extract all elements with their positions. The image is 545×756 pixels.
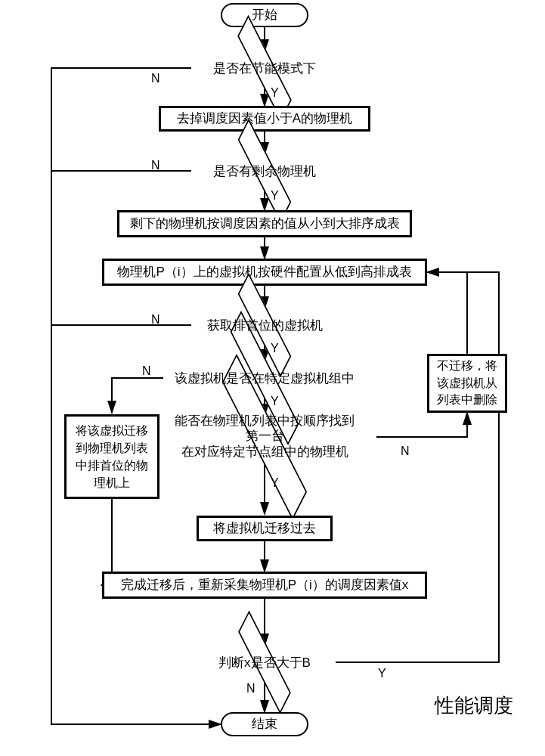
d5-text: 能否在物理机列表中按顺序找到第一台 在对应特定节点组中的物理机 xyxy=(174,414,355,460)
d4-text: 该虚拟机是否在特定虚拟机组中 xyxy=(175,370,355,387)
d4-no-label: N xyxy=(142,364,151,378)
d1-text: 是否在节能模式下 xyxy=(213,60,316,77)
p1-text: 去掉调度因素值小于A的物理机 xyxy=(177,110,352,126)
p7-text: 完成迁移后，重新采集物理机P（i）的调度因素值x xyxy=(121,577,409,593)
p4-l3: 中排首位的物 xyxy=(76,457,148,474)
process-migrate-vm: 将虚拟机迁移过去 xyxy=(197,516,333,541)
terminator-end: 结束 xyxy=(221,712,308,736)
start-label: 开始 xyxy=(252,7,277,23)
d4-yes-label: Y xyxy=(271,395,279,408)
d2-text: 是否有剩余物理机 xyxy=(213,163,316,180)
p5-l3: 列表中删除 xyxy=(437,392,497,408)
d6-no-label: N xyxy=(246,682,255,696)
process-migrate-to-first-pm: 将该虚拟迁移 到物理机列表 中排首位的物 理机上 xyxy=(64,414,159,499)
process-sort-vm: 物理机P（i）上的虚拟机按硬件配置从低到高排成表 xyxy=(102,259,427,286)
terminator-start: 开始 xyxy=(221,3,308,27)
p6-text: 将虚拟机迁移过去 xyxy=(213,520,316,536)
p4-l4: 理机上 xyxy=(76,474,148,491)
d1-no-label: N xyxy=(151,72,160,85)
process-no-migrate-remove: 不迁移，将 该虚拟机从 列表中删除 xyxy=(427,354,507,413)
process-sort-pm: 剩下的物理机按调度因素的值从小到大排序成表 xyxy=(117,210,412,237)
d2-no-label: N xyxy=(151,159,160,172)
d3-text: 获取排首位的虚拟机 xyxy=(207,317,323,334)
p4-l1: 将该虚拟迁移 xyxy=(76,422,148,439)
d5-line1: 能否在物理机列表中按顺序找到第一台 xyxy=(175,414,355,443)
d5-no-label: N xyxy=(401,445,410,458)
p5-l1: 不迁移，将 xyxy=(437,358,497,374)
p4-l2: 到物理机列表 xyxy=(76,439,148,457)
process-remove-below-a: 去掉调度因素值小于A的物理机 xyxy=(159,106,370,132)
d3-no-label: N xyxy=(151,313,160,327)
p5-l2: 该虚拟机从 xyxy=(437,375,497,392)
end-label: 结束 xyxy=(252,716,277,732)
d2-yes-label: Y xyxy=(271,189,279,203)
d3-yes-label: Y xyxy=(271,342,279,355)
d5-yes-label: Y xyxy=(271,476,279,490)
process-recollect-x: 完成迁移后，重新采集物理机P（i）的调度因素值x xyxy=(102,572,427,599)
p3-text: 物理机P（i）上的虚拟机按硬件配置从低到高排成表 xyxy=(117,264,411,280)
d6-yes-label: Y xyxy=(378,667,386,680)
d5-line2: 在对应特定节点组中的物理机 xyxy=(181,445,348,459)
d6-text: 判断x是否大于B xyxy=(218,654,311,671)
p2-text: 剩下的物理机按调度因素的值从小到大排序成表 xyxy=(130,215,400,231)
d1-yes-label: Y xyxy=(271,86,279,100)
diagram-title: 性能调度 xyxy=(435,692,513,719)
